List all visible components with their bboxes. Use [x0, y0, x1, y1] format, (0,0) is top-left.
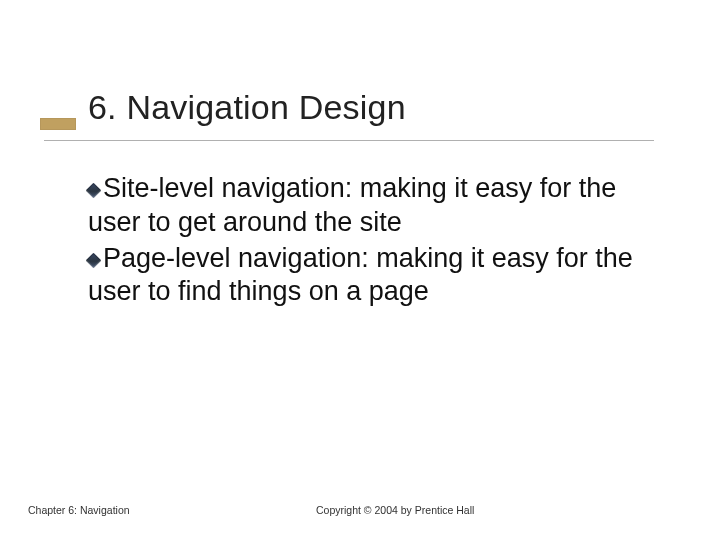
title-accent-bar	[40, 118, 76, 130]
diamond-bullet-icon	[86, 252, 102, 268]
slide-title: 6. Navigation Design	[88, 88, 680, 127]
slide: 6. Navigation Design Site-level navigati…	[0, 0, 720, 540]
slide-body: Site-level navigation: making it easy fo…	[88, 172, 660, 311]
title-underline	[44, 140, 654, 141]
bullet-text: Page-level navigation: making it easy fo…	[88, 243, 633, 307]
slide-footer: Chapter 6: Navigation Copyright © 2004 b…	[28, 504, 692, 516]
diamond-bullet-icon	[86, 183, 102, 199]
list-item: Page-level navigation: making it easy fo…	[88, 242, 660, 310]
footer-right: Copyright © 2004 by Prentice Hall	[316, 504, 474, 516]
title-area: 6. Navigation Design	[88, 88, 680, 127]
list-item: Site-level navigation: making it easy fo…	[88, 172, 660, 240]
bullet-text: Site-level navigation: making it easy fo…	[88, 173, 616, 237]
footer-left: Chapter 6: Navigation	[28, 504, 130, 516]
